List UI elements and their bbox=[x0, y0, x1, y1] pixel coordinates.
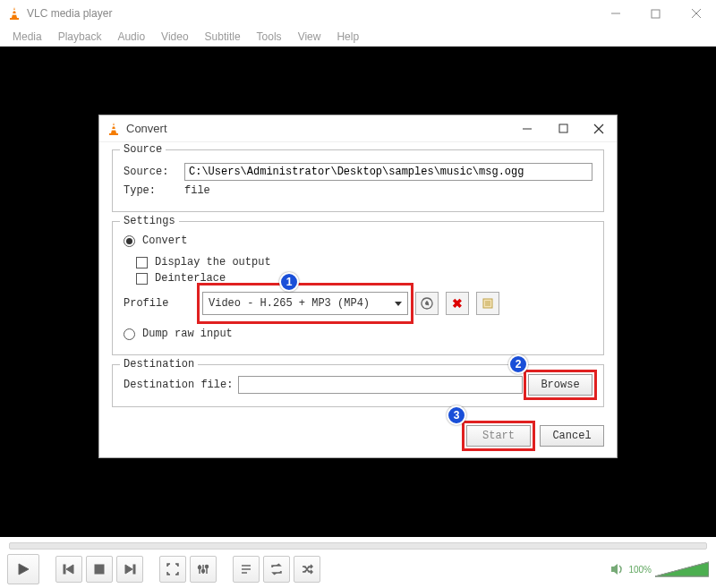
svg-marker-8 bbox=[111, 123, 116, 133]
svg-rect-5 bbox=[652, 10, 660, 18]
dialog-close-button[interactable] bbox=[581, 115, 617, 142]
loop-button[interactable] bbox=[263, 556, 290, 583]
start-button[interactable]: Start bbox=[466, 425, 531, 447]
volume-slider[interactable] bbox=[655, 560, 709, 578]
settings-group: Settings Convert Display the output Dein… bbox=[112, 221, 604, 355]
svg-point-30 bbox=[199, 567, 201, 569]
prev-button[interactable] bbox=[55, 556, 82, 583]
svg-marker-25 bbox=[125, 565, 132, 574]
menu-playback[interactable]: Playback bbox=[51, 29, 109, 45]
profile-edit-button[interactable] bbox=[415, 292, 439, 315]
cancel-button[interactable]: Cancel bbox=[540, 425, 604, 447]
shuffle-button[interactable] bbox=[294, 556, 320, 583]
dialog-maximize-button[interactable] bbox=[545, 115, 581, 142]
dump-raw-radio[interactable] bbox=[124, 328, 135, 340]
profile-value: Video - H.265 + MP3 (MP4) bbox=[209, 297, 370, 310]
stop-button[interactable] bbox=[86, 556, 113, 583]
svg-rect-1 bbox=[13, 10, 15, 12]
menu-video[interactable]: Video bbox=[154, 29, 195, 45]
player-toolbar: 100% bbox=[0, 551, 716, 587]
destination-legend: Destination bbox=[120, 358, 198, 371]
source-legend: Source bbox=[120, 143, 166, 156]
convert-dialog: Convert Source Source: Type: file bbox=[98, 115, 618, 458]
seekbar bbox=[0, 537, 716, 551]
play-button[interactable] bbox=[7, 554, 39, 584]
svg-rect-10 bbox=[112, 129, 116, 131]
dialog-minimize-button[interactable] bbox=[509, 115, 545, 142]
svg-rect-2 bbox=[13, 13, 17, 15]
svg-marker-21 bbox=[19, 564, 29, 575]
chevron-down-icon bbox=[395, 302, 402, 306]
svg-rect-9 bbox=[112, 125, 115, 127]
convert-radio-label: Convert bbox=[142, 234, 187, 247]
ext-settings-button[interactable] bbox=[190, 556, 217, 583]
vlc-cone-icon bbox=[7, 6, 21, 21]
svg-rect-22 bbox=[64, 565, 65, 574]
destination-group: Destination Destination file: Browse 2 bbox=[112, 364, 604, 407]
settings-legend: Settings bbox=[120, 215, 179, 227]
source-input[interactable] bbox=[184, 163, 592, 181]
menubar: Media Playback Audio Video Subtitle Tool… bbox=[0, 27, 716, 47]
type-label: Type: bbox=[124, 184, 177, 197]
profile-combobox[interactable]: Video - H.265 + MP3 (MP4) bbox=[202, 292, 408, 315]
svg-rect-24 bbox=[95, 565, 104, 574]
source-group: Source Source: Type: file bbox=[112, 149, 604, 212]
deinterlace-label: Deinterlace bbox=[155, 272, 226, 285]
maximize-button[interactable] bbox=[635, 0, 676, 27]
display-output-checkbox[interactable] bbox=[136, 257, 148, 268]
volume-percent: 100% bbox=[628, 565, 652, 575]
dialog-titlebar: Convert bbox=[99, 115, 617, 142]
dest-file-label: Destination file: bbox=[124, 379, 233, 391]
annotation-badge-2: 2 bbox=[508, 354, 528, 374]
menu-media[interactable]: Media bbox=[5, 29, 49, 45]
profile-label: Profile bbox=[124, 297, 195, 310]
deinterlace-checkbox[interactable] bbox=[136, 273, 148, 285]
svg-marker-36 bbox=[611, 564, 618, 575]
menu-subtitle[interactable]: Subtitle bbox=[198, 29, 248, 45]
main-titlebar: VLC media player bbox=[0, 0, 716, 27]
dialog-title: Convert bbox=[126, 122, 167, 135]
svg-rect-13 bbox=[559, 124, 567, 132]
menu-tools[interactable]: Tools bbox=[250, 29, 289, 45]
window-title: VLC media player bbox=[27, 7, 112, 20]
svg-marker-0 bbox=[12, 7, 17, 18]
dump-raw-label: Dump raw input bbox=[142, 328, 233, 340]
vlc-cone-icon bbox=[107, 122, 121, 136]
svg-rect-26 bbox=[133, 565, 135, 574]
source-label: Source: bbox=[124, 166, 177, 178]
svg-point-16 bbox=[425, 302, 429, 305]
playlist-button[interactable] bbox=[233, 556, 260, 583]
close-button[interactable] bbox=[676, 0, 716, 27]
speaker-icon[interactable] bbox=[610, 562, 625, 576]
seek-track[interactable] bbox=[9, 542, 707, 550]
profile-delete-button[interactable]: ✖ bbox=[446, 292, 469, 315]
menu-help[interactable]: Help bbox=[329, 29, 366, 45]
svg-rect-3 bbox=[10, 18, 19, 20]
menu-view[interactable]: View bbox=[291, 29, 328, 45]
profile-new-button[interactable] bbox=[476, 292, 499, 315]
svg-point-32 bbox=[206, 566, 209, 568]
convert-radio[interactable] bbox=[124, 235, 135, 247]
fullscreen-button[interactable] bbox=[159, 556, 186, 583]
type-value: file bbox=[184, 184, 210, 197]
svg-point-31 bbox=[202, 570, 205, 573]
browse-button[interactable]: Browse bbox=[528, 374, 592, 396]
display-output-label: Display the output bbox=[155, 256, 271, 268]
video-area: Convert Source Source: Type: file bbox=[0, 47, 716, 537]
dest-file-input[interactable] bbox=[238, 376, 523, 394]
svg-rect-11 bbox=[109, 133, 118, 135]
minimize-button[interactable] bbox=[595, 0, 635, 27]
svg-marker-23 bbox=[66, 565, 73, 574]
menu-audio[interactable]: Audio bbox=[110, 29, 152, 45]
next-button[interactable] bbox=[116, 556, 143, 583]
